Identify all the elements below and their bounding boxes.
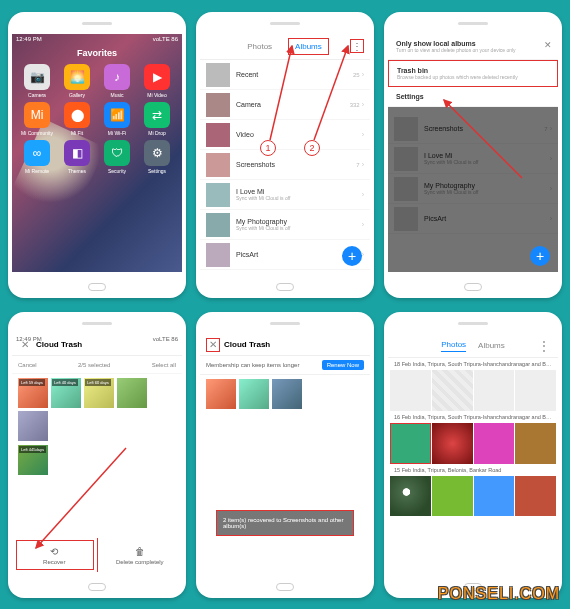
selection-status: 2/5 selected [78,362,110,368]
album-count: › [362,131,364,138]
thumb-caption: Left 40 days [52,379,78,386]
album-thumb [206,93,230,117]
trash-icon: 🗑 [135,546,145,557]
menu-item-title: Only show local albums [396,40,550,47]
menu-item-settings[interactable]: Settings [388,87,558,107]
album-count: › [362,191,364,198]
select-all-button[interactable]: Select all [152,362,176,368]
album-thumb [206,123,230,147]
photo-cell[interactable] [515,370,556,411]
tab-albums[interactable]: Albums [288,38,329,55]
app-mi-community[interactable]: MiMi Community [18,102,56,136]
photo-cell[interactable] [432,476,473,517]
menu-item-trash-bin[interactable]: Trash binBrowse backed up photos which w… [388,60,558,87]
photo-cell[interactable] [474,370,515,411]
album-name: PicsArt [236,251,356,258]
app-icon-glyph: ⇄ [144,102,170,128]
trash-thumb[interactable] [117,378,147,408]
trash-thumb[interactable] [272,379,302,409]
app-label: Security [108,168,126,174]
app-mi-fit[interactable]: ⬤Mi Fit [58,102,96,136]
tab-photos[interactable]: Photos [241,39,278,54]
close-icon[interactable]: ✕ [544,40,552,50]
more-menu-button[interactable]: ⋮ [350,39,364,53]
recover-button[interactable]: ⟲ Recover [12,538,98,572]
watermark: PONSELI.COM [438,585,560,603]
section-header: 18 Feb India, Tripura, South Tripura-Ish… [388,358,558,370]
delete-button[interactable]: 🗑 Delete completely [98,538,183,572]
app-mi-drop[interactable]: ⇄Mi Drop [138,102,176,136]
album-count: › [362,251,364,258]
app-mi-remote[interactable]: ∞Mi Remote [18,140,56,174]
album-name: Screenshots [236,161,350,168]
photo-cell[interactable] [515,423,556,464]
app-mi-video[interactable]: ▶Mi Video [138,64,176,98]
app-icon-glyph: Mi [24,102,50,128]
photo-cell[interactable] [390,370,431,411]
renew-button[interactable]: Renew Now [322,360,364,370]
annotation-marker-1: 1 [260,140,276,156]
restore-icon: ⟲ [50,546,58,557]
app-themes[interactable]: ◧Themes [58,140,96,174]
app-label: Mi Community [21,130,53,136]
album-row[interactable]: Camera332 › [200,90,370,120]
app-gallery[interactable]: 🌅Gallery [58,64,96,98]
album-count: 7 › [356,161,364,168]
add-fab[interactable]: + [530,246,550,266]
trash-thumb[interactable] [239,379,269,409]
trash-thumb[interactable] [18,411,48,441]
album-name: Video [236,131,356,138]
album-row[interactable]: Screenshots7 › [200,150,370,180]
app-music[interactable]: ♪Music [98,64,136,98]
app-label: Mi Wi-Fi [108,130,126,136]
album-name: Recent [236,71,347,78]
add-fab[interactable]: + [342,246,362,266]
album-row[interactable]: I Love MiSync with Mi Cloud is off › [200,180,370,210]
album-count: › [362,221,364,228]
phone-5: ✕ Cloud Trash Membership can keep items … [196,312,374,598]
status-time: 12:49 PM [16,36,42,44]
chevron-right-icon: › [362,191,364,198]
app-settings[interactable]: ⚙Settings [138,140,176,174]
photo-cell[interactable] [474,423,515,464]
album-subtext: Sync with Mi Cloud is off [236,195,356,201]
app-label: Settings [148,168,166,174]
menu-item-only-show-local-albums[interactable]: Only show local albumsTurn on to view an… [388,34,558,60]
trash-thumb[interactable] [206,379,236,409]
photo-cell[interactable] [474,476,515,517]
album-name: Camera [236,101,344,108]
more-menu-button[interactable]: ⋮ [538,339,550,353]
app-icon-glyph: 📶 [104,102,130,128]
trash-thumb[interactable]: Left 59 days [18,378,48,408]
app-camera[interactable]: 📷Camera [18,64,56,98]
photo-cell[interactable] [390,423,431,464]
photo-cell[interactable] [390,476,431,517]
album-row[interactable]: Video › [200,120,370,150]
app-label: Mi Remote [25,168,49,174]
tab-albums[interactable]: Albums [478,341,505,350]
trash-thumb[interactable]: Left 60 days [84,378,114,408]
albums-screen: Photos Albums ⋮ Recent25 ›Camera332 ›Vid… [200,34,370,272]
delete-label: Delete completely [116,559,164,565]
status-right: voLTE 86 [153,36,178,44]
tab-photos[interactable]: Photos [441,340,466,352]
menu-item-subtitle: Turn on to view and delete photos on you… [396,47,550,53]
app-mi-wi-fi[interactable]: 📶Mi Wi-Fi [98,102,136,136]
chevron-right-icon: › [362,161,364,168]
chevron-right-icon: › [362,71,364,78]
app-security[interactable]: 🛡Security [98,140,136,174]
photo-cell[interactable] [432,423,473,464]
album-row[interactable]: Recent25 › [200,60,370,90]
menu-item-subtitle: Browse backed up photos which were delet… [397,74,549,80]
cancel-button[interactable]: Cancel [18,362,37,368]
favorites-title: Favorites [12,48,182,58]
thumb-caption: Left 59 days [19,379,45,386]
status-time: 12:49 PM [16,336,42,344]
photo-cell[interactable] [515,476,556,517]
close-icon[interactable]: ✕ [206,338,220,352]
thumb-caption: Left 60 days [85,379,111,386]
photo-cell[interactable] [432,370,473,411]
trash-thumb[interactable]: Left 40 days [51,378,81,408]
album-row[interactable]: My PhotographySync with Mi Cloud is off … [200,210,370,240]
cloud-trash-select-screen: 12:49 PM voLTE 86 ✕ Cloud Trash Cancel 2… [12,334,182,572]
